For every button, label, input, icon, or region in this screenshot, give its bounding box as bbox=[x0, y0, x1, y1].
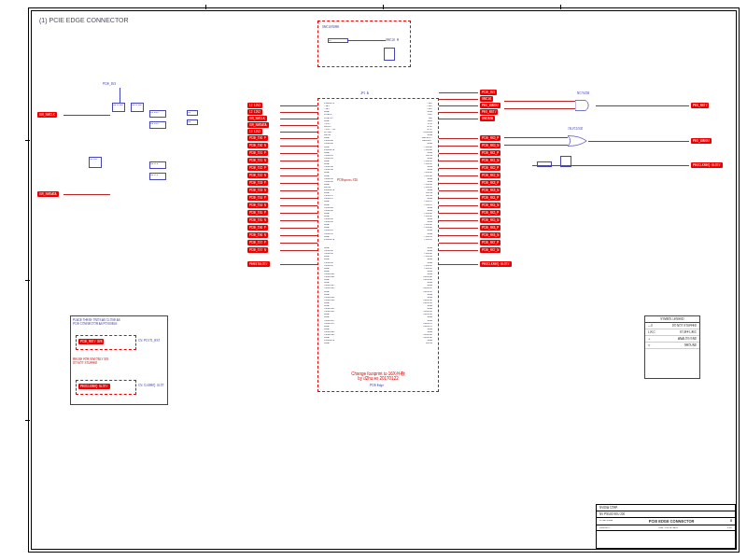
note-text: PLACE THESE TWOS AS CLOSE ASPCIE CONNECT… bbox=[71, 316, 167, 328]
net-line bbox=[439, 264, 478, 265]
legend-row: L,R,CSTUFF L/R/C bbox=[645, 329, 699, 336]
r6: R6 10K bbox=[89, 157, 102, 168]
net-tag: XW_SMCLK bbox=[247, 116, 267, 121]
port-tag: PCIE_RST#_3V3 bbox=[78, 339, 104, 344]
port-tag: PEX_WAKE# bbox=[691, 138, 712, 144]
net-tag: PCIE_RX3_P bbox=[480, 180, 500, 186]
tb-page: PCIE EDGE CONNECTOR bbox=[649, 519, 695, 524]
net-line bbox=[439, 138, 478, 139]
net bbox=[504, 101, 575, 102]
tb-rev: A bbox=[730, 519, 732, 524]
r2: R2 bbox=[187, 119, 198, 125]
net-line bbox=[280, 125, 317, 126]
net-line bbox=[280, 112, 317, 113]
net bbox=[504, 145, 568, 146]
net-tag: PCIE_TX6_N bbox=[247, 232, 268, 238]
net-tag: 12_12V2 bbox=[247, 109, 262, 115]
or-gate-u2 bbox=[568, 133, 588, 148]
net-line bbox=[439, 161, 478, 161]
net-line bbox=[439, 243, 478, 244]
net-tag: PCIE_TX3_P bbox=[247, 180, 268, 186]
section-label: PCIE Edge bbox=[370, 384, 384, 387]
net-tag: PERSTSLOT# bbox=[247, 261, 270, 267]
net-tag: PCIE_TX1_P bbox=[247, 150, 268, 156]
net-line bbox=[280, 168, 317, 169]
net-line bbox=[280, 235, 317, 236]
net-tag: PCIE_TX5_P bbox=[247, 210, 268, 216]
net-tag: PCIE_RX0_P bbox=[480, 135, 500, 141]
legend-row: ▽GROUND bbox=[645, 343, 699, 349]
net-line bbox=[280, 205, 317, 206]
edge-tick bbox=[383, 5, 384, 9]
net-tag: PCIE_RX7_P bbox=[480, 240, 500, 245]
footprint-note: Change footprint to 16X外觀 by d2ho.ex 201… bbox=[316, 371, 441, 382]
port-tag: XW_SMDATA bbox=[37, 191, 59, 197]
net bbox=[504, 137, 568, 138]
gate-ref: NC7SZ08 bbox=[577, 91, 589, 95]
net-tag: SMDATA bbox=[480, 116, 495, 121]
power-label: PCIE_3V3 bbox=[103, 82, 116, 86]
tb-project: NV PG500 SKU 200 bbox=[599, 512, 625, 516]
pin-label: GND bbox=[322, 342, 331, 344]
pin-label: RSVD bbox=[424, 342, 434, 344]
note-red: REUSE FOR SIM ONLY SIGDO NOT STUFFED bbox=[71, 356, 167, 367]
note-l2: by d2ho.ex 20170122 bbox=[358, 376, 398, 381]
net-tag: PCIE_RX2_N bbox=[480, 173, 500, 178]
page-title: (1) PCIE EDGE CONNECTOR bbox=[39, 17, 129, 23]
net-line bbox=[439, 99, 478, 100]
conn-label: CN_PCVT1_RST bbox=[138, 339, 160, 343]
net-line bbox=[280, 119, 317, 119]
cap-gnd bbox=[384, 48, 395, 61]
net-line bbox=[439, 153, 478, 154]
port-tag: PEX_RST# bbox=[691, 103, 709, 108]
net-tag: PCIE_TX3_N bbox=[247, 188, 268, 193]
pcie-connector-symbol: JP1_A PCIExpress X16 PCIE Edge PRSNT#1+1… bbox=[317, 98, 439, 392]
cap-c1: C1 0.1u bbox=[149, 110, 166, 118]
net-tag: PCIE_RX6_N bbox=[480, 232, 500, 238]
net-line bbox=[439, 146, 478, 147]
net-line bbox=[280, 264, 317, 265]
net-line bbox=[280, 190, 317, 191]
net-line bbox=[439, 205, 478, 206]
pin-label: PRSNT#2 bbox=[322, 238, 336, 241]
legend-row: —XDO NOT STUFFED bbox=[645, 323, 699, 329]
tb-sheet: 1 OF bbox=[726, 526, 732, 529]
symbol-legend: SYMBOL LEGEND —XDO NOT STUFFEDL,R,CSTUFF… bbox=[644, 315, 700, 379]
net-line bbox=[439, 183, 478, 184]
pin-label: HSIn(7) bbox=[422, 238, 434, 241]
r1: R1 bbox=[187, 110, 198, 116]
net-line bbox=[280, 243, 317, 244]
net-tag: PCIE_RX0_N bbox=[480, 143, 500, 148]
refdes: JP1_A bbox=[360, 91, 369, 95]
net-line bbox=[280, 220, 317, 221]
net-line bbox=[280, 105, 317, 106]
net-tag: PCIE_RX1_P bbox=[480, 150, 500, 156]
net-tag: PCIE_TX4_N bbox=[247, 203, 268, 208]
note-l1: Change footprint to 16X外觀 bbox=[351, 371, 405, 376]
net-tag: PCIE_RX3_N bbox=[480, 188, 500, 193]
r649: R649 0 bbox=[149, 161, 166, 169]
conn-label: CN_CLKREQ_SLOT bbox=[138, 384, 164, 387]
net bbox=[588, 141, 689, 142]
net-tag: PCIE_TX7_N bbox=[247, 247, 268, 253]
placement-note-box: PLACE THESE TWOS AS CLOSE ASPCIE CONNECT… bbox=[70, 315, 168, 405]
net-line bbox=[280, 250, 317, 251]
net-line bbox=[439, 220, 478, 221]
tb-date: TUE AUG 29 2017 bbox=[658, 526, 678, 529]
legend-title: SYMBOL LEGEND bbox=[645, 316, 699, 323]
net-line bbox=[439, 250, 478, 251]
net-tag: SMCLK bbox=[480, 96, 493, 102]
net-label: SMCLK_R bbox=[386, 38, 399, 42]
edge-tick bbox=[25, 420, 30, 421]
net-tag: 12_12V2 bbox=[247, 103, 262, 108]
net-line bbox=[280, 138, 317, 139]
title-block: NVIDIA CORP. NV PG500 SKU 200 PAGE TITLE… bbox=[596, 504, 736, 549]
net-tag: 12_12V2 bbox=[247, 129, 262, 134]
net-tag: PCIE_RX4_P bbox=[480, 195, 500, 201]
gate-ref: 74LVC1G32 bbox=[568, 127, 583, 131]
net-tag: PCIE_RX5_P bbox=[480, 210, 500, 216]
net-line bbox=[280, 161, 317, 161]
net-line bbox=[280, 198, 317, 199]
net-line bbox=[280, 213, 317, 214]
resistor-r4: R4 bbox=[328, 38, 348, 43]
